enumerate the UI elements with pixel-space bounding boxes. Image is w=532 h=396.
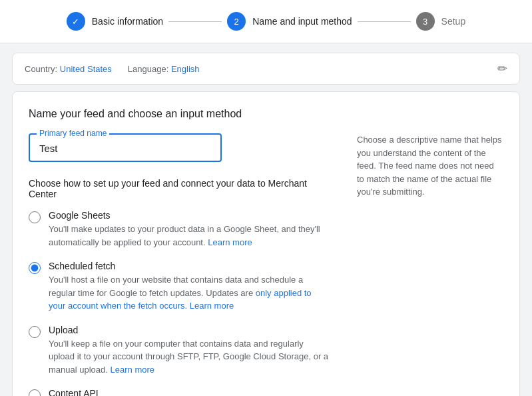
- method-content-api[interactable]: Content API The Content API for Shopping…: [29, 388, 330, 396]
- content-api-label: Content API: [49, 388, 330, 396]
- language-info: Language: English: [128, 64, 200, 74]
- scheduled-fetch-label: Scheduled fetch: [49, 261, 330, 271]
- card-hint: Choose a descriptive name that helps you…: [357, 133, 503, 396]
- radio-upload[interactable]: [29, 326, 41, 338]
- method-scheduled-fetch[interactable]: Scheduled fetch You'll host a file on yo…: [29, 261, 330, 313]
- step-circle-name-input: 2: [227, 12, 246, 31]
- stepper: ✓ Basic information 2 Name and input met…: [0, 0, 532, 43]
- hint-text: Choose a descriptive name that helps you…: [357, 133, 503, 199]
- step-circle-setup: 3: [416, 12, 435, 31]
- language-label: Language:: [128, 64, 168, 74]
- feed-name-input[interactable]: [30, 135, 220, 161]
- country-value: United States: [60, 64, 112, 74]
- scheduled-fetch-content: Scheduled fetch You'll host a file on yo…: [49, 261, 330, 313]
- upload-label: Upload: [49, 325, 330, 335]
- card-left: Primary feed name Choose how to set up y…: [29, 133, 330, 396]
- feed-name-input-wrapper[interactable]: Primary feed name: [29, 133, 222, 162]
- step-connector-1: [168, 21, 222, 22]
- radio-scheduled-fetch[interactable]: [29, 262, 41, 274]
- content-api-content: Content API The Content API for Shopping…: [49, 388, 330, 396]
- main-card: Name your feed and choose an input metho…: [12, 91, 520, 396]
- google-sheets-desc: You'll make updates to your product data…: [49, 223, 330, 249]
- step-label-name-input: Name and input method: [252, 16, 352, 27]
- step-circle-basic-info: ✓: [67, 12, 85, 31]
- feed-name-label: Primary feed name: [37, 129, 109, 138]
- edit-icon[interactable]: ✏: [497, 61, 507, 76]
- google-sheets-learn-more[interactable]: Learn more: [208, 237, 252, 247]
- upload-desc: You'll keep a file on your computer that…: [49, 337, 330, 377]
- card-title: Name your feed and choose an input metho…: [29, 108, 503, 120]
- info-bar: Country: United States Language: English…: [12, 53, 520, 85]
- radio-content-api[interactable]: [29, 389, 41, 396]
- method-upload[interactable]: Upload You'll keep a file on your comput…: [29, 325, 330, 377]
- google-sheets-content: Google Sheets You'll make updates to you…: [49, 210, 330, 249]
- method-google-sheets[interactable]: Google Sheets You'll make updates to you…: [29, 210, 330, 249]
- step-name-input: 2 Name and input method: [227, 12, 352, 31]
- language-value: English: [171, 64, 200, 74]
- method-title: Choose how to set up your feed and conne…: [29, 178, 330, 199]
- country-label: Country:: [25, 64, 57, 74]
- country-info: Country: United States: [25, 64, 112, 74]
- step-setup: 3 Setup: [416, 12, 466, 31]
- radio-google-sheets[interactable]: [29, 211, 41, 223]
- upload-learn-more[interactable]: Learn more: [111, 365, 154, 375]
- upload-content: Upload You'll keep a file on your comput…: [49, 325, 330, 377]
- scheduled-fetch-desc: You'll host a file on your website that …: [49, 273, 330, 313]
- step-label-basic-info: Basic information: [92, 16, 163, 27]
- step-label-setup: Setup: [441, 16, 466, 27]
- step-connector-2: [358, 21, 411, 22]
- info-bar-content: Country: United States Language: English: [25, 64, 200, 74]
- step-basic-info: ✓ Basic information: [67, 12, 163, 31]
- scheduled-fetch-learn-more[interactable]: Learn more: [190, 301, 234, 311]
- input-method-group: Google Sheets You'll make updates to you…: [29, 210, 330, 396]
- card-content: Primary feed name Choose how to set up y…: [29, 133, 503, 396]
- google-sheets-label: Google Sheets: [49, 210, 330, 221]
